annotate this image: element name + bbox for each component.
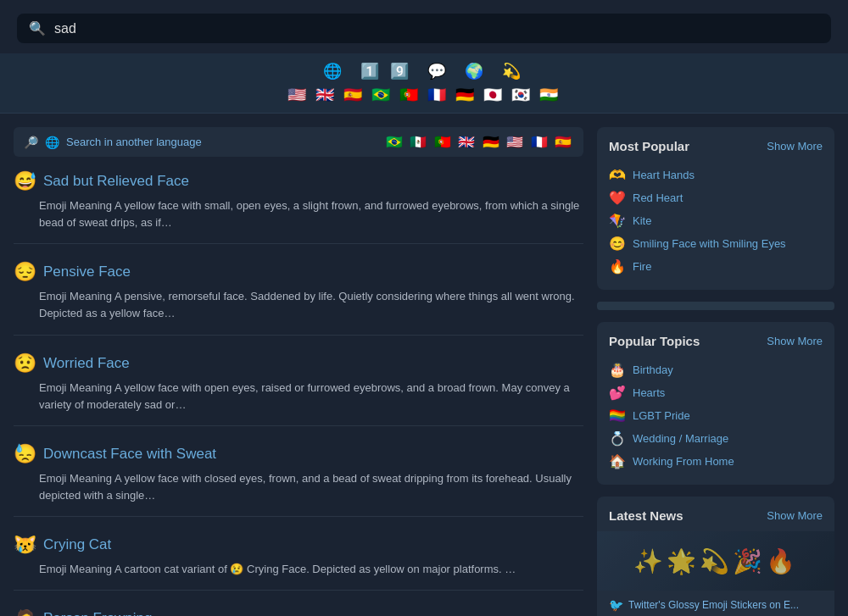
popular-topics-show-more[interactable]: Show More <box>767 335 823 347</box>
result-emoji-5: 🙍 <box>14 608 36 616</box>
popular-topics-section: Popular Topics Show More 🎂 Birthday 💕 He… <box>597 322 834 485</box>
popular-emoji-4: 🔥 <box>609 258 626 275</box>
result-emoji-1: 😔 <box>14 261 36 283</box>
topic-label-2: LGBT Pride <box>633 409 690 422</box>
topic-label-3: Wedding / Marriage <box>633 432 728 445</box>
result-item-3: 😓 Downcast Face with Sweat Emoji Meaning… <box>14 443 583 517</box>
result-title-3[interactable]: 😓 Downcast Face with Sweat <box>14 443 583 465</box>
popular-emoji-0: 🫶 <box>609 167 626 183</box>
topic-item-3[interactable]: 💍 Wedding / Marriage <box>609 427 823 450</box>
topic-emoji-2: 🏳️‍🌈 <box>609 408 626 424</box>
results-list: 😅 Sad but Relieved Face Emoji Meaning A … <box>14 170 583 616</box>
popular-topics-header: Popular Topics Show More <box>609 334 823 348</box>
lang-search-bar[interactable]: 🔎 🌐 Search in another language 🇧🇷 🇲🇽 🇵🇹 … <box>14 127 583 157</box>
latest-news-title: Latest News <box>609 508 683 523</box>
search-icon-small: 🔎 <box>24 136 38 149</box>
result-title-2[interactable]: 😟 Worried Face <box>14 352 583 375</box>
news-thumbnail: ✨🌟💫🎉🔥 <box>597 531 834 591</box>
header: 🔍 <box>0 0 848 53</box>
popular-emoji-2: 🪁 <box>609 213 626 229</box>
filter-icons[interactable]: 🌐 1️⃣ 9️⃣ 💬 🌍 💫 <box>0 62 848 80</box>
result-item-2: 😟 Worried Face Emoji Meaning A yellow fa… <box>14 352 583 426</box>
popular-emoji-3: 😊 <box>609 236 626 252</box>
result-emoji-0: 😅 <box>14 170 36 192</box>
result-name-0[interactable]: Sad but Relieved Face <box>43 173 189 190</box>
section-divider <box>597 302 834 310</box>
most-popular-list: 🫶 Heart Hands ❤️ Red Heart 🪁 Kite 😊 Smil… <box>609 164 823 278</box>
latest-news-section: Latest News Show More ✨🌟💫🎉🔥 🐦 Twitter's … <box>597 497 834 616</box>
latest-news-show-more[interactable]: Show More <box>767 509 823 522</box>
news-emoji-0: 🐦 <box>609 598 623 612</box>
result-emoji-2: 😟 <box>14 352 36 375</box>
topic-label-0: Birthday <box>633 363 673 376</box>
lang-flags[interactable]: 🇧🇷 🇲🇽 🇵🇹 🇬🇧 🇩🇪 🇺🇸 🇫🇷 🇪🇸 <box>386 134 573 150</box>
popular-topics-title: Popular Topics <box>609 334 700 348</box>
topic-item-1[interactable]: 💕 Hearts <box>609 381 823 404</box>
result-desc-0: Emoji Meaning A yellow face with small, … <box>14 197 583 231</box>
filter-flags[interactable]: 🇺🇸 🇬🇧 🇪🇸 🇧🇷 🇵🇹 🇫🇷 🇩🇪 🇯🇵 🇰🇷 🇮🇳 <box>0 86 848 104</box>
news-thumb-overlay: ✨🌟💫🎉🔥 <box>597 531 834 591</box>
popular-topics-list: 🎂 Birthday 💕 Hearts 🏳️‍🌈 LGBT Pride 💍 We… <box>609 358 823 473</box>
main-content: 🔎 🌐 Search in another language 🇧🇷 🇲🇽 🇵🇹 … <box>0 114 848 616</box>
popular-item-2[interactable]: 🪁 Kite <box>609 209 823 232</box>
most-popular-show-more[interactable]: Show More <box>767 140 823 153</box>
news-item-0[interactable]: 🐦 Twitter's Glossy Emoji Stickers on E..… <box>597 594 834 616</box>
topic-item-0[interactable]: 🎂 Birthday <box>609 358 823 381</box>
popular-label-1: Red Heart <box>633 191 683 204</box>
popular-label-4: Fire <box>633 260 651 273</box>
most-popular-section: Most Popular Show More 🫶 Heart Hands ❤️ … <box>597 127 834 290</box>
result-desc-2: Emoji Meaning A yellow face with open ey… <box>14 380 583 413</box>
result-desc-4: Emoji Meaning A cartoon cat variant of 😢… <box>14 561 583 578</box>
topic-label-1: Hearts <box>633 386 665 399</box>
search-icon: 🔍 <box>29 20 46 36</box>
lang-search-label[interactable]: Search in another language <box>66 136 379 148</box>
result-emoji-4: 😿 <box>14 534 36 556</box>
topic-emoji-1: 💕 <box>609 385 626 401</box>
popular-item-0[interactable]: 🫶 Heart Hands <box>609 164 823 186</box>
result-name-5[interactable]: Person Frowning <box>43 610 153 616</box>
result-title-4[interactable]: 😿 Crying Cat <box>14 534 583 556</box>
result-name-2[interactable]: Worried Face <box>43 355 130 372</box>
result-title-0[interactable]: 😅 Sad but Relieved Face <box>14 170 583 192</box>
popular-item-1[interactable]: ❤️ Red Heart <box>609 186 823 209</box>
result-desc-1: Emoji Meaning A pensive, remorseful face… <box>14 288 583 322</box>
result-name-1[interactable]: Pensive Face <box>43 264 131 280</box>
search-bar: 🔍 <box>17 14 831 43</box>
result-item-0: 😅 Sad but Relieved Face Emoji Meaning A … <box>14 170 583 244</box>
left-column: 🔎 🌐 Search in another language 🇧🇷 🇲🇽 🇵🇹 … <box>14 127 583 616</box>
topic-label-4: Working From Home <box>633 455 734 468</box>
topic-emoji-4: 🏠 <box>609 453 626 469</box>
right-column: Most Popular Show More 🫶 Heart Hands ❤️ … <box>597 127 834 616</box>
result-emoji-3: 😓 <box>14 443 36 465</box>
search-input[interactable] <box>54 21 819 36</box>
result-title-1[interactable]: 😔 Pensive Face <box>14 261 583 283</box>
topic-emoji-3: 💍 <box>609 430 626 447</box>
popular-item-4[interactable]: 🔥 Fire <box>609 255 823 278</box>
result-name-4[interactable]: Crying Cat <box>43 536 111 553</box>
topic-item-4[interactable]: 🏠 Working From Home <box>609 450 823 473</box>
topic-item-2[interactable]: 🏳️‍🌈 LGBT Pride <box>609 404 823 427</box>
popular-label-3: Smiling Face with Smiling Eyes <box>633 237 786 250</box>
popular-label-2: Kite <box>633 214 651 227</box>
result-item-5: 🙍 Person Frowning Emoji Meaning An upset… <box>14 608 583 616</box>
topic-emoji-0: 🎂 <box>609 362 626 378</box>
popular-label-0: Heart Hands <box>633 169 695 181</box>
latest-news-header: Latest News Show More <box>597 497 834 531</box>
result-item-1: 😔 Pensive Face Emoji Meaning A pensive, … <box>14 261 583 335</box>
result-desc-3: Emoji Meaning A yellow face with closed … <box>14 470 583 504</box>
news-items-list: 🐦 Twitter's Glossy Emoji Stickers on E..… <box>597 594 834 616</box>
popular-emoji-1: ❤️ <box>609 190 626 206</box>
most-popular-header: Most Popular Show More <box>609 139 823 153</box>
news-text-0: Twitter's Glossy Emoji Stickers on E... <box>628 598 799 613</box>
popular-item-3[interactable]: 😊 Smiling Face with Smiling Eyes <box>609 232 823 255</box>
result-item-4: 😿 Crying Cat Emoji Meaning A cartoon cat… <box>14 534 583 591</box>
result-title-5[interactable]: 🙍 Person Frowning <box>14 608 583 616</box>
most-popular-title: Most Popular <box>609 139 689 153</box>
result-name-3[interactable]: Downcast Face with Sweat <box>43 446 216 463</box>
filter-bar: 🌐 1️⃣ 9️⃣ 💬 🌍 💫 🇺🇸 🇬🇧 🇪🇸 🇧🇷 🇵🇹 🇫🇷 🇩🇪 🇯🇵 … <box>0 53 848 114</box>
globe-icon: 🌐 <box>45 136 59 149</box>
